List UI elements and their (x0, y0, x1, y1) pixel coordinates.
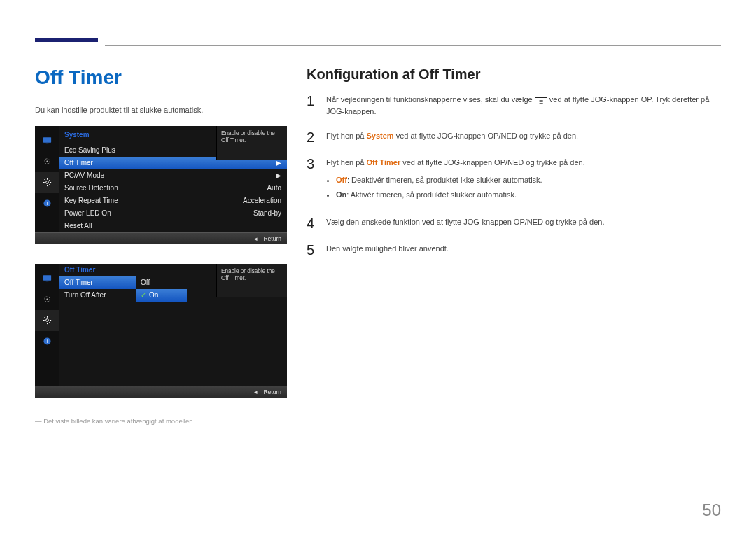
osd-sidebar: i (35, 126, 59, 232)
intro-text: Du kan indstille produktet til at slukke… (35, 104, 287, 116)
step: 4 Vælg den ønskede funktion ved at flytt… (307, 216, 721, 230)
info-icon: i (35, 331, 59, 352)
section-accent-bar (35, 38, 98, 42)
step-number: 2 (307, 130, 316, 144)
menu-icon: ☰ (535, 97, 547, 106)
info-icon: i (35, 193, 59, 214)
osd-menu-item: Reset All (59, 220, 287, 232)
section-title: Off Timer (35, 66, 287, 89)
gear-icon (35, 310, 59, 331)
manual-page: Off Timer Du kan indstille produktet til… (0, 0, 756, 534)
menu-item-value: ▶ (276, 171, 281, 179)
svg-point-18 (46, 298, 48, 300)
step-body: Den valgte mulighed bliver anvendt. (326, 243, 449, 257)
svg-line-26 (44, 322, 45, 323)
osd-menu-item: Key Repeat TimeAcceleration (59, 195, 287, 207)
popup-item-option: Off (136, 276, 187, 289)
return-label: Return (263, 388, 281, 395)
osd-menu-item: PC/AV Mode▶ (59, 169, 287, 182)
step-number: 3 (307, 157, 316, 204)
step: 2 Flyt hen på System ved at flytte JOG-k… (307, 130, 721, 144)
step-body: Når vejledningen til funktionsknapperne … (326, 94, 721, 118)
picture-icon (35, 268, 59, 289)
menu-item-value: Acceleration (243, 197, 281, 204)
svg-point-19 (46, 319, 48, 322)
step-number: 4 (307, 216, 316, 230)
target-icon (35, 289, 59, 310)
menu-item-label: Off Timer (64, 159, 93, 167)
osd-main: Enable or disable the Off Timer. Off Tim… (59, 264, 287, 386)
svg-rect-16 (46, 281, 48, 281)
menu-item-label: Key Repeat Time (64, 197, 118, 204)
menu-item-value: ▶ (276, 159, 281, 167)
picture-icon (35, 130, 59, 151)
menu-item-label: Source Detection (64, 184, 118, 192)
svg-rect-1 (46, 143, 48, 143)
menu-item-label: Eco Saving Plus (64, 146, 115, 154)
page-number: 50 (702, 500, 721, 520)
steps-list: 1 Når vejledningen til funktionsknappern… (307, 94, 721, 257)
return-label: Return (263, 235, 281, 242)
left-column: Off Timer Du kan indstille produktet til… (35, 66, 287, 425)
bullet: Off: Deaktivér timeren, så produktet ikk… (336, 174, 585, 186)
svg-line-12 (49, 179, 50, 180)
svg-line-11 (44, 184, 45, 185)
page-top-rule (35, 24, 721, 45)
gear-icon (35, 172, 59, 193)
svg-point-4 (46, 181, 48, 184)
menu-item-label: Power LED On (64, 209, 111, 217)
step-body: Flyt hen på System ved at flytte JOG-kna… (326, 130, 578, 144)
step-number: 1 (307, 94, 316, 118)
svg-line-27 (49, 317, 50, 318)
osd-menu-item: Power LED OnStand-by (59, 207, 287, 220)
step: 5 Den valgte mulighed bliver anvendt. (307, 243, 721, 257)
step-body: Vælg den ønskede funktion ved at flytte … (326, 216, 604, 230)
osd-footer: ◂ Return (35, 232, 287, 244)
horizontal-rule (105, 45, 721, 46)
svg-line-24 (44, 317, 45, 318)
back-arrow-icon: ◂ (254, 235, 258, 242)
svg-rect-15 (43, 275, 50, 281)
osd-main: Enable or disable the Off Timer. System … (59, 126, 287, 232)
footnote: Det viste billede kan variere afhængigt … (35, 417, 287, 425)
check-icon: ✓ (141, 291, 146, 299)
step-number: 5 (307, 243, 316, 257)
osd-description: Enable or disable the Off Timer. (216, 264, 287, 297)
svg-rect-0 (43, 137, 50, 143)
step: 1 Når vejledningen til funktionsknappern… (307, 94, 721, 118)
svg-line-9 (44, 179, 45, 180)
step: 3 Flyt hen på Off Timer ved at flytte JO… (307, 157, 721, 204)
sub-bullets: Off: Deaktivér timeren, så produktet ikk… (326, 174, 585, 201)
osd-sidebar: i (35, 264, 59, 386)
popup-item-option: ✓On (136, 289, 187, 302)
menu-item-value: Stand-by (253, 209, 281, 217)
popup-item-label: Turn Off After (59, 289, 136, 302)
subsection-title: Konfiguration af Off Timer (307, 66, 721, 83)
menu-item-label: PC/AV Mode (64, 171, 104, 179)
menu-item-label: Reset All (64, 222, 92, 230)
osd-screenshot-offtimer: i Enable or disable the Off Timer. Off T… (35, 264, 287, 398)
svg-point-3 (46, 160, 48, 162)
target-icon (35, 151, 59, 172)
step-body: Flyt hen på Off Timer ved at flytte JOG-… (326, 157, 585, 204)
bullet: On: Aktivér timeren, så produktet slukke… (336, 189, 585, 201)
osd-menu-item: Source DetectionAuto (59, 182, 287, 195)
osd-footer: ◂ Return (35, 386, 287, 398)
back-arrow-icon: ◂ (254, 388, 258, 395)
osd-screenshot-system: i Enable or disable the Off Timer. Syste… (35, 126, 287, 244)
menu-item-value: Auto (267, 184, 281, 192)
osd-description: Enable or disable the Off Timer. (216, 126, 287, 160)
right-column: Konfiguration af Off Timer 1 Når vejledn… (307, 66, 721, 425)
svg-line-10 (49, 184, 50, 185)
popup-item-label: Off Timer (59, 276, 136, 289)
svg-line-25 (49, 322, 50, 323)
